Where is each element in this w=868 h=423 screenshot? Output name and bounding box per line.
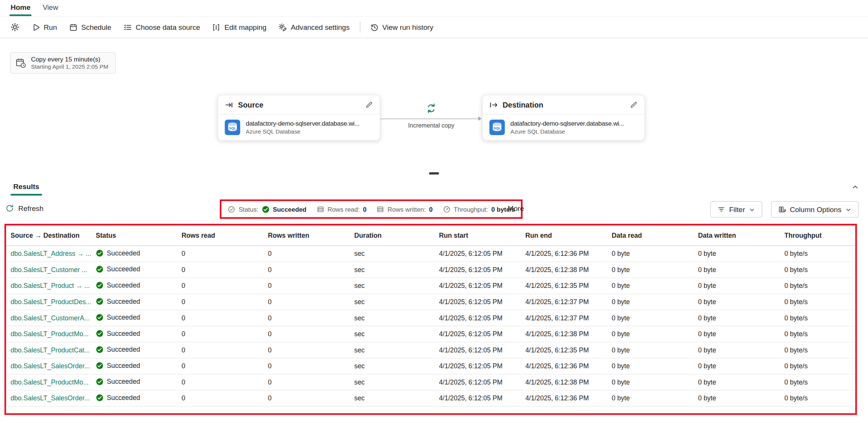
table-row[interactable]: dbo.SalesLT_ProductCat... Succeeded 0 0 …: [6, 342, 855, 358]
column-header[interactable]: Duration: [350, 226, 435, 246]
run-start-cell: 4/1/2025, 6:12:05 PM: [434, 358, 521, 374]
data-read-cell: 0 byte: [607, 262, 694, 278]
throughput-cell: 0 byte/s: [780, 326, 856, 342]
source-destination-cell[interactable]: dbo.SalesLT_CustomerA...: [6, 310, 91, 326]
source-destination-cell[interactable]: dbo.SalesLT_ProductDes...: [6, 294, 91, 310]
source-destination-cell[interactable]: dbo.SalesLT_Address → ...: [6, 246, 91, 262]
succeeded-check-icon: [96, 345, 104, 353]
rows-written-cell: 0: [264, 262, 350, 278]
source-destination-cell[interactable]: dbo.SalesLT_ProductMo...: [6, 326, 91, 342]
view-run-history-button[interactable]: View run history: [364, 19, 439, 35]
rows-written-cell: 0: [264, 358, 350, 374]
tab-home-label: Home: [11, 3, 31, 12]
throughput-metric: Throughput: 0 byte/s: [443, 205, 515, 213]
data-written-cell: 0 byte: [694, 262, 780, 278]
rows-icon: [316, 205, 324, 213]
pipeline-connector: Incremental copy: [380, 95, 482, 141]
column-header[interactable]: Data written: [694, 226, 780, 246]
status-check-outline-icon: [227, 205, 235, 213]
tab-results[interactable]: Results: [12, 182, 41, 195]
run-end-cell: 4/1/2025, 6:12:37 PM: [521, 294, 607, 310]
status-cell: Succeeded: [91, 294, 177, 310]
tab-view-label: View: [43, 3, 58, 12]
results-table-annotation-box: Source → DestinationStatusRows readRows …: [5, 224, 857, 415]
table-row[interactable]: dbo.SalesLT_ProductMo... Succeeded 0 0 s…: [6, 374, 855, 391]
source-edit-button[interactable]: [365, 101, 373, 109]
checklist-icon: [124, 23, 132, 31]
collapse-results-button[interactable]: [851, 183, 859, 191]
source-name: datafactory-demo-sqlserver.database.wi..…: [246, 120, 377, 127]
table-row[interactable]: dbo.SalesLT_SalesOrder... Succeeded 0 0 …: [6, 358, 855, 374]
status-text: Succeeded: [107, 394, 140, 401]
source-destination-cell[interactable]: dbo.SalesLT_SalesOrder...: [6, 358, 91, 374]
destination-card-title: Destination: [503, 100, 625, 109]
duration-cell: sec: [350, 246, 435, 262]
incremental-copy-icon[interactable]: [425, 103, 437, 114]
calendar-icon: [69, 23, 77, 31]
schedule-badge[interactable]: Copy every 15 minute(s) Starting April 1…: [10, 52, 115, 74]
rows-read-cell: 0: [177, 390, 264, 406]
column-header[interactable]: Data read: [607, 226, 694, 246]
column-header[interactable]: Status: [91, 226, 177, 246]
succeeded-check-icon: [96, 378, 104, 386]
source-destination-cell[interactable]: dbo.SalesLT_Customer ...: [6, 262, 91, 278]
duration-cell: sec: [350, 326, 435, 342]
source-card[interactable]: Source SQL datafactory-demo-sqlserver.da…: [218, 95, 380, 141]
duration-cell: sec: [350, 342, 435, 358]
column-header[interactable]: Rows read: [177, 226, 264, 246]
column-header[interactable]: Rows written: [264, 226, 350, 246]
status-text: Succeeded: [107, 345, 140, 353]
choose-data-source-button[interactable]: Choose data source: [117, 19, 206, 35]
throughput-cell: 0 byte/s: [780, 246, 856, 262]
column-edit-icon: [778, 206, 786, 214]
filter-icon: [718, 206, 725, 214]
chevron-down-icon: [749, 206, 755, 212]
source-destination-cell[interactable]: dbo.SalesLT_SalesOrder...: [6, 390, 91, 406]
run-start-cell: 4/1/2025, 6:12:05 PM: [434, 374, 521, 391]
column-header[interactable]: Run end: [521, 226, 607, 246]
duration-cell: sec: [350, 278, 435, 294]
table-row[interactable]: dbo.SalesLT_ProductMo... Succeeded 0 0 s…: [6, 326, 855, 342]
choose-data-source-label: Choose data source: [136, 23, 200, 31]
table-row[interactable]: dbo.SalesLT_ProductDes... Succeeded 0 0 …: [6, 294, 855, 310]
source-destination-cell[interactable]: dbo.SalesLT_ProductMo...: [6, 374, 91, 391]
refresh-button-label: Refresh: [18, 204, 43, 212]
throughput-cell: 0 byte/s: [780, 342, 856, 358]
table-row[interactable]: dbo.SalesLT_Customer ... Succeeded 0 0 s…: [6, 262, 855, 278]
rows-written-cell: 0: [264, 342, 350, 358]
tab-view[interactable]: View: [37, 0, 64, 16]
refresh-button[interactable]: Refresh: [6, 204, 44, 212]
rows-written-cell: 0: [264, 310, 350, 326]
play-icon: [32, 23, 40, 31]
column-options-button[interactable]: Column Options: [771, 201, 859, 218]
data-written-cell: 0 byte: [694, 326, 780, 342]
schedule-button[interactable]: Schedule: [63, 19, 117, 35]
run-start-cell: 4/1/2025, 6:12:05 PM: [434, 278, 521, 294]
source-destination-cell[interactable]: dbo.SalesLT_Product → ...: [6, 278, 91, 294]
run-start-cell: 4/1/2025, 6:12:05 PM: [434, 294, 521, 310]
destination-edit-button[interactable]: [630, 101, 638, 109]
throughput-cell: 0 byte/s: [780, 390, 856, 406]
run-start-cell: 4/1/2025, 6:12:05 PM: [434, 246, 521, 262]
succeeded-check-icon: [96, 281, 104, 289]
settings-button[interactable]: [5, 19, 26, 35]
table-row[interactable]: dbo.SalesLT_Product → ... Succeeded 0 0 …: [6, 278, 855, 294]
svg-text:SQL: SQL: [494, 126, 501, 130]
table-row[interactable]: dbo.SalesLT_CustomerA... Succeeded 0 0 s…: [6, 310, 855, 326]
destination-card[interactable]: Destination SQL datafactory-demo-sqlserv…: [482, 95, 645, 141]
filter-button[interactable]: Filter: [710, 201, 762, 218]
table-row[interactable]: dbo.SalesLT_SalesOrder... Succeeded 0 0 …: [6, 390, 855, 406]
status-text: Succeeded: [107, 329, 140, 337]
column-header[interactable]: Source → Destination: [6, 226, 91, 246]
panel-resize-handle[interactable]: [429, 172, 439, 175]
advanced-settings-button[interactable]: Advanced settings: [273, 19, 356, 35]
edit-mapping-button[interactable]: Edit mapping: [206, 19, 273, 35]
table-row[interactable]: dbo.SalesLT_Address → ... Succeeded 0 0 …: [6, 246, 855, 262]
more-button[interactable]: More: [508, 204, 524, 212]
source-destination-cell[interactable]: dbo.SalesLT_ProductCat...: [6, 342, 91, 358]
tab-home[interactable]: Home: [5, 0, 37, 16]
column-header[interactable]: Throughput: [780, 226, 856, 246]
column-header[interactable]: Run start: [434, 226, 521, 246]
run-button[interactable]: Run: [26, 19, 63, 35]
arrow-into-bar-icon: [225, 100, 233, 109]
